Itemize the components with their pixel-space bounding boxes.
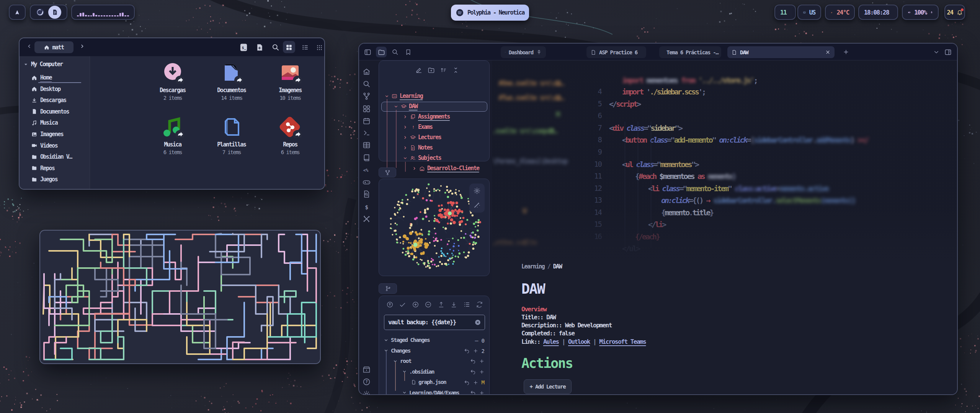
table-rail-icon[interactable] xyxy=(362,140,371,150)
graph-settings-icon[interactable] xyxy=(473,187,481,195)
firefox-icon[interactable] xyxy=(36,8,45,17)
view-grid-button[interactable] xyxy=(284,42,294,52)
git-row-learning-daw-exams[interactable]: Learning/DAW/Exams xyxy=(402,390,459,395)
stage-icon[interactable] xyxy=(473,348,479,354)
git-refresh-icon[interactable] xyxy=(475,300,484,309)
calendar-rail-icon[interactable] xyxy=(362,116,371,126)
stage-icon[interactable] xyxy=(479,358,485,364)
discard-icon[interactable] xyxy=(470,358,476,364)
gamepad-rail-icon[interactable] xyxy=(362,177,371,187)
new-folder-icon[interactable] xyxy=(426,65,436,75)
folder-juegos[interactable]: Juegos8 items xyxy=(320,62,325,101)
new-file-button[interactable] xyxy=(255,42,265,52)
discard-icon[interactable] xyxy=(464,348,470,354)
notifications-pill[interactable]: 24 xyxy=(944,5,965,20)
sidebar-item-obsidian-v-[interactable]: Obsidian V… xyxy=(31,153,72,160)
folder-videos[interactable]: Videos4 items xyxy=(320,116,325,155)
git-row-actions[interactable]: 2 xyxy=(464,348,485,354)
search-tab-icon[interactable] xyxy=(390,47,400,57)
volume-pill[interactable]: 100% xyxy=(902,5,939,20)
new-tab-button[interactable] xyxy=(841,47,851,57)
git-commit-icon[interactable] xyxy=(398,300,407,309)
updates-pill[interactable]: 11 xyxy=(774,5,796,20)
launcher-button[interactable] xyxy=(9,5,26,20)
nav-forward-button[interactable] xyxy=(79,43,85,49)
folder-descargas[interactable]: Descargas2 items xyxy=(144,62,201,101)
git-push-icon[interactable] xyxy=(436,300,446,309)
view-list-button[interactable] xyxy=(300,42,310,52)
tree-item-assignments[interactable]: Assignments xyxy=(403,113,450,120)
tab-asp-practice-6[interactable]: ASP Practice 6 xyxy=(586,46,646,58)
folder-plantillas[interactable]: Plantillas7 items xyxy=(203,116,260,155)
clock-pill[interactable]: 18:08:28 xyxy=(858,5,898,20)
folder-imagenes[interactable]: Imagenes10 items xyxy=(261,62,319,101)
tree-item-daw[interactable]: DAW xyxy=(394,103,418,110)
tab-dashboard[interactable]: Dashboard xyxy=(501,46,546,58)
link-outlook[interactable]: Outlook xyxy=(568,338,590,345)
git-unstage-all-icon[interactable] xyxy=(424,300,433,309)
keyboard-layout-pill[interactable]: US xyxy=(797,5,821,20)
stage-icon[interactable] xyxy=(473,380,479,385)
git-pull-icon[interactable] xyxy=(449,300,459,309)
menu-button[interactable] xyxy=(314,42,324,52)
sort-icon[interactable] xyxy=(439,65,448,75)
git-row-actions[interactable] xyxy=(470,358,485,364)
left-sidebar-toggle[interactable] xyxy=(362,47,373,57)
discard-icon[interactable] xyxy=(470,369,476,375)
templater-rail-icon[interactable]: <% xyxy=(362,165,371,175)
explorer-tab-icon[interactable] xyxy=(376,47,387,57)
close-tab-icon[interactable] xyxy=(825,50,830,55)
stage-icon[interactable] xyxy=(479,369,485,375)
sidebar-item-descargas[interactable]: Descargas xyxy=(31,97,66,104)
tree-item-subjects[interactable]: Subjects xyxy=(403,154,441,161)
book-rail-icon[interactable] xyxy=(362,153,371,163)
collapse-arrow-icon[interactable] xyxy=(24,62,28,67)
git-row-changes[interactable]: Changes xyxy=(384,348,410,354)
git-row-actions[interactable] xyxy=(470,369,485,375)
git-change-list-icon[interactable] xyxy=(462,300,471,309)
document-app-icon[interactable] xyxy=(48,6,61,19)
git-row-actions[interactable]: M xyxy=(464,379,485,385)
stage-icon[interactable] xyxy=(479,390,485,395)
home-rail-icon[interactable] xyxy=(362,67,371,76)
help-rail-icon[interactable]: ? xyxy=(362,377,371,387)
sidebar-item-videos[interactable]: Videos xyxy=(31,142,57,149)
new-note-icon[interactable] xyxy=(414,65,423,75)
tree-item-notes[interactable]: Notes xyxy=(403,144,433,151)
discard-icon[interactable] xyxy=(470,390,476,395)
note-breadcrumb[interactable]: Learning / DAW xyxy=(521,263,562,270)
sidebar-item-juegos[interactable]: Juegos xyxy=(31,176,57,183)
sidebar-item-desktop[interactable]: Desktop xyxy=(31,86,60,93)
folder-musica[interactable]: Musica6 items xyxy=(144,116,201,155)
tree-item-desarrollo-cliente[interactable]: Desarrollo-Cliente xyxy=(412,165,479,172)
collapse-icon[interactable] xyxy=(451,65,460,75)
search-button[interactable] xyxy=(271,42,281,52)
vault-rail-icon[interactable] xyxy=(362,365,371,374)
link-aules[interactable]: Aules xyxy=(543,338,559,345)
sidebar-item-documentos[interactable]: Documentos xyxy=(31,108,69,115)
nav-back-button[interactable] xyxy=(26,43,33,49)
weather-pill[interactable]: 24°C xyxy=(825,5,855,20)
git-row-actions[interactable] xyxy=(470,390,485,395)
tab-tema-6-pr-cticas-[interactable]: Tema 6 Prácticas -… xyxy=(659,46,721,58)
dollar-rail-icon[interactable]: $ xyxy=(362,202,371,212)
sidebar-item-imagenes[interactable]: Imagenes xyxy=(31,131,63,138)
graph-wand-icon[interactable] xyxy=(473,201,481,209)
tab-daw[interactable]: DAW xyxy=(727,46,835,58)
git-stage-all-icon[interactable] xyxy=(411,300,420,309)
sidebar-item-home[interactable]: Home xyxy=(31,74,52,81)
git-row--obsidian[interactable]: .obsidian xyxy=(402,369,434,375)
git-backup-icon[interactable] xyxy=(385,300,394,309)
open-terminal-button[interactable]: $_ xyxy=(238,42,248,52)
search-rail-icon[interactable] xyxy=(362,79,371,89)
music-widget[interactable]: Polyphia - Neurotica xyxy=(451,5,529,21)
breadcrumb[interactable]: matt xyxy=(34,41,74,53)
add-lecture-button[interactable]: + Add Lecture xyxy=(524,379,572,394)
blocks-rail-icon[interactable] xyxy=(362,104,371,114)
commit-message-input[interactable]: vault backup: {{date}} xyxy=(384,315,485,330)
discard-icon[interactable] xyxy=(464,380,470,385)
git-row-staged-changes[interactable]: Staged Changes xyxy=(384,337,430,343)
git-fork-rail-icon[interactable] xyxy=(362,91,371,101)
folder-repos[interactable]: Repos6 items xyxy=(261,116,319,155)
sidebar-item-musica[interactable]: Musica xyxy=(31,119,57,126)
